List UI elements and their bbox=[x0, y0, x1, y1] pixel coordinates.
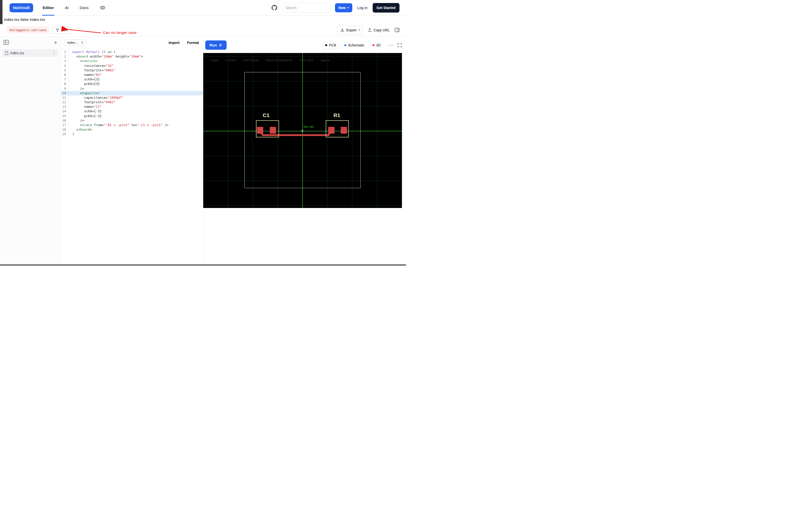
line-number: 9 bbox=[61, 86, 69, 91]
line-number: 8 bbox=[61, 82, 69, 86]
pad-C1-pin1[interactable] bbox=[257, 127, 263, 134]
pcb-menu-edit-traces[interactable]: Edit Traces bbox=[243, 58, 259, 62]
code-text: name="R1" bbox=[69, 73, 102, 77]
code-lines: 1export default () => (2 <board width="1… bbox=[61, 50, 203, 137]
code-line-18[interactable]: 18 </board> bbox=[61, 127, 203, 132]
tscircuit-logo[interactable]: tscircuit bbox=[10, 3, 33, 12]
tab-ai[interactable]: AI bbox=[65, 0, 69, 16]
pcb-menu-layer[interactable]: Layer bbox=[211, 58, 219, 62]
code-line-4[interactable]: 4 resistance="1k" bbox=[61, 64, 203, 68]
code-line-14[interactable]: 14 schX={-3} bbox=[61, 109, 203, 113]
fullscreen-icon bbox=[397, 43, 402, 47]
new-button[interactable]: New ▾ bbox=[335, 3, 352, 12]
github-icon[interactable] bbox=[272, 5, 277, 11]
code-line-8[interactable]: 8 pcbX={3} bbox=[61, 82, 203, 86]
fork-button[interactable]: Fork bbox=[53, 26, 71, 34]
code-text: <board width="10mm" height="10mm"> bbox=[69, 54, 143, 59]
navbar-right: New ▾ Log in Get Started bbox=[272, 3, 400, 13]
code-text: <capacitor bbox=[69, 91, 100, 96]
file-item[interactable]: index.tsx ⋮ bbox=[2, 49, 58, 57]
code-line-2[interactable]: 2 <board width="10mm" height="10mm"> bbox=[61, 54, 203, 59]
code-line-13[interactable]: 13 name="C1" bbox=[61, 104, 203, 109]
view-toggle-schematic[interactable]: Schematic bbox=[341, 41, 367, 49]
chevron-updown-icon: ⇅ bbox=[81, 41, 83, 44]
label-C1: C1 bbox=[263, 112, 270, 118]
code-line-1[interactable]: 1export default () => ( bbox=[61, 50, 203, 54]
view-toggle-pcb[interactable]: PCB bbox=[322, 41, 339, 49]
code-text: </board> bbox=[69, 127, 92, 132]
export-button-label: Export bbox=[346, 28, 356, 32]
code-line-6[interactable]: 6 name="R1" bbox=[61, 73, 203, 77]
line-number: 3 bbox=[61, 59, 69, 63]
file-select[interactable]: index.... ⇅ bbox=[64, 39, 86, 46]
file-options-button[interactable]: ⋮ bbox=[52, 51, 56, 55]
code-line-15[interactable]: 15 pcbX={-3} bbox=[61, 114, 203, 118]
view-status-dot bbox=[325, 44, 327, 46]
export-button[interactable]: Export ▾ bbox=[337, 26, 363, 34]
layout-panel-toggle[interactable] bbox=[395, 28, 400, 32]
file-item-name: index.tsx bbox=[10, 51, 24, 55]
new-button-label: New bbox=[338, 6, 346, 10]
pcb-canvas[interactable]: Layer0 errorsEdit TracesMove ComponentsR… bbox=[203, 53, 402, 208]
run-button[interactable]: Run bbox=[205, 40, 227, 50]
code-line-19[interactable]: 19) bbox=[61, 132, 203, 136]
pad-C1-pin2[interactable] bbox=[270, 127, 276, 134]
toolbar-right: Export ▾ Copy URL bbox=[337, 26, 400, 34]
line-number: 17 bbox=[61, 123, 69, 127]
code-line-17[interactable]: 17 <trace from=".R1 > .pin1" to=".C1 > .… bbox=[61, 123, 203, 127]
add-file-button[interactable]: + bbox=[54, 40, 57, 45]
share-icon bbox=[368, 28, 372, 32]
nav-tabs: EditorAIDocs bbox=[43, 0, 89, 16]
code-text: <trace from=".R1 > .pin1" to=".C1 > .pin… bbox=[69, 123, 169, 127]
code-line-3[interactable]: 3 <resistor bbox=[61, 59, 203, 63]
tab-editor[interactable]: Editor bbox=[43, 0, 54, 16]
pcb-menu-rats-nest[interactable]: Rats Nest bbox=[300, 58, 314, 62]
tab-docs[interactable]: Docs bbox=[80, 0, 89, 16]
code-text: schX={3} bbox=[69, 77, 100, 82]
annotation-text: Can no longer save bbox=[103, 30, 136, 35]
pad-R1-pin2[interactable] bbox=[341, 127, 347, 134]
code-line-7[interactable]: 7 schX={3} bbox=[61, 77, 203, 82]
file-toolbar: Not logged in, can't save Fork Can no lo… bbox=[0, 24, 406, 37]
copy-url-button[interactable]: Copy URL bbox=[368, 28, 390, 32]
get-started-button[interactable]: Get Started bbox=[373, 3, 400, 13]
collapse-panel-icon bbox=[3, 40, 9, 45]
code-line-5[interactable]: 5 footprint="0402" bbox=[61, 68, 203, 73]
code-editor: index.... ⇅ Import Format 1export defaul… bbox=[61, 37, 203, 265]
pcb-menu-0-errors[interactable]: 0 errors bbox=[226, 58, 236, 62]
code-line-12[interactable]: 12 footprint="0402" bbox=[61, 100, 203, 104]
file-select-value: index.... bbox=[67, 41, 79, 44]
code-line-10[interactable]: 10 <capacitor bbox=[61, 91, 203, 96]
window-bottom-edge bbox=[0, 265, 406, 266]
view-toggle-3d[interactable]: 3D bbox=[369, 41, 384, 49]
discord-icon[interactable] bbox=[100, 5, 106, 10]
view-status-dot bbox=[344, 44, 346, 46]
code-line-9[interactable]: 9 /> bbox=[61, 86, 203, 91]
preview-header: Run PCBSchematic3D ⋯ bbox=[203, 37, 406, 53]
pcb-menu-move-components[interactable]: Move Components bbox=[266, 58, 293, 62]
line-number: 13 bbox=[61, 104, 69, 109]
line-number: 19 bbox=[61, 132, 69, 136]
code-text: footprint="0402" bbox=[69, 100, 115, 104]
code-area[interactable]: 1export default () => (2 <board width="1… bbox=[61, 48, 203, 265]
sidebar-header: + bbox=[0, 37, 61, 48]
code-text: name="C1" bbox=[69, 104, 102, 109]
pcb-menu-view-[interactable]: View ▾ bbox=[320, 58, 330, 62]
code-line-11[interactable]: 11 capacitance="1000pF" bbox=[61, 96, 203, 100]
file-sidebar: + index.tsx ⋮ bbox=[0, 37, 61, 265]
search-input[interactable] bbox=[282, 3, 330, 13]
line-number: 4 bbox=[61, 64, 69, 68]
pcb-menu: Layer0 errorsEdit TracesMove ComponentsR… bbox=[211, 58, 330, 62]
import-button[interactable]: Import bbox=[169, 41, 180, 45]
pad-R1-pin1[interactable] bbox=[328, 127, 334, 134]
collapse-sidebar-button[interactable] bbox=[3, 40, 9, 46]
cursor-coordinates: 0m, 0m bbox=[304, 125, 314, 129]
login-link[interactable]: Log in bbox=[357, 5, 367, 10]
code-text: footprint="0402" bbox=[69, 68, 115, 73]
more-options-button[interactable]: ⋯ bbox=[388, 42, 394, 48]
line-number: 11 bbox=[61, 96, 69, 100]
code-text: <resistor bbox=[69, 59, 98, 63]
format-button[interactable]: Format bbox=[187, 41, 199, 45]
code-line-16[interactable]: 16 /> bbox=[61, 118, 203, 123]
fullscreen-button[interactable] bbox=[397, 43, 402, 47]
